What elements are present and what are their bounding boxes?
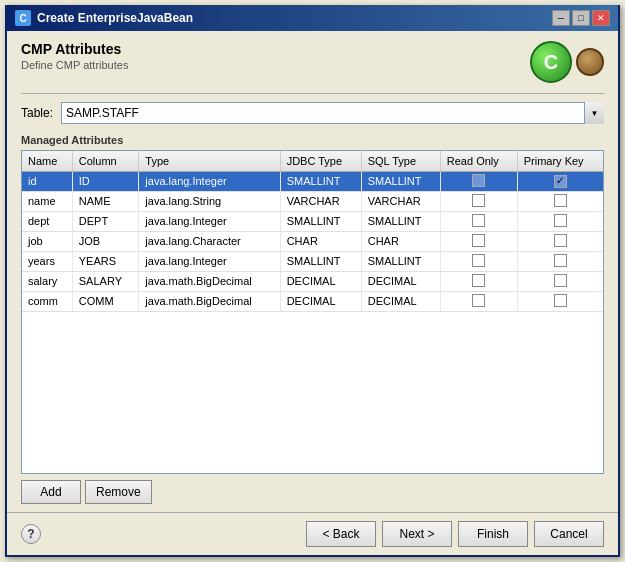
cell-primary-key[interactable] <box>517 171 603 191</box>
cell-primary-key[interactable] <box>517 271 603 291</box>
read-only-checkbox[interactable] <box>472 294 485 307</box>
cell-sql-type: SMALLINT <box>361 171 440 191</box>
cell-primary-key[interactable] <box>517 231 603 251</box>
table-row[interactable]: comm COMM java.math.BigDecimal DECIMAL D… <box>22 291 603 311</box>
cell-name: years <box>22 251 72 271</box>
dialog-footer: ? < Back Next > Finish Cancel <box>7 512 618 555</box>
cell-type: java.lang.Integer <box>139 251 280 271</box>
back-button[interactable]: < Back <box>306 521 376 547</box>
cell-column: NAME <box>72 191 139 211</box>
cell-column: DEPT <box>72 211 139 231</box>
window-title: Create EnterpriseJavaBean <box>37 11 193 25</box>
col-sql-type: SQL Type <box>361 151 440 171</box>
read-only-checkbox[interactable] <box>472 234 485 247</box>
cell-name: id <box>22 171 72 191</box>
read-only-checkbox[interactable] <box>472 194 485 207</box>
table-select-wrapper[interactable]: SAMP.STAFF ▼ <box>61 102 604 124</box>
cell-sql-type: DECIMAL <box>361 271 440 291</box>
cell-primary-key[interactable] <box>517 211 603 231</box>
cell-type: java.lang.Character <box>139 231 280 251</box>
table-row[interactable]: years YEARS java.lang.Integer SMALLINT S… <box>22 251 603 271</box>
title-bar: C Create EnterpriseJavaBean ─ □ ✕ <box>7 5 618 31</box>
cell-jdbc-type: CHAR <box>280 231 361 251</box>
managed-attributes-label: Managed Attributes <box>21 134 604 146</box>
table-row-outer: Table: SAMP.STAFF ▼ <box>21 102 604 124</box>
col-name: Name <box>22 151 72 171</box>
table-header-row: Name Column Type JDBC Type SQL Type Read… <box>22 151 603 171</box>
remove-button[interactable]: Remove <box>85 480 152 504</box>
header-text: CMP Attributes Define CMP attributes <box>21 41 128 71</box>
primary-key-checkbox[interactable] <box>554 274 567 287</box>
cell-read-only[interactable] <box>440 191 517 211</box>
cell-name: dept <box>22 211 72 231</box>
table-row[interactable]: id ID java.lang.Integer SMALLINT SMALLIN… <box>22 171 603 191</box>
cell-sql-type: SMALLINT <box>361 251 440 271</box>
cancel-button[interactable]: Cancel <box>534 521 604 547</box>
cell-column: YEARS <box>72 251 139 271</box>
table-label: Table: <box>21 106 53 120</box>
col-primary-key: Primary Key <box>517 151 603 171</box>
primary-key-checkbox[interactable] <box>554 234 567 247</box>
cell-column: ID <box>72 171 139 191</box>
cell-sql-type: VARCHAR <box>361 191 440 211</box>
cell-jdbc-type: DECIMAL <box>280 271 361 291</box>
primary-key-checkbox[interactable] <box>554 194 567 207</box>
attributes-table-container: Name Column Type JDBC Type SQL Type Read… <box>21 150 604 474</box>
finish-button[interactable]: Finish <box>458 521 528 547</box>
add-button[interactable]: Add <box>21 480 81 504</box>
cell-type: java.math.BigDecimal <box>139 291 280 311</box>
header-icon-area: C <box>530 41 604 83</box>
cell-read-only[interactable] <box>440 251 517 271</box>
next-button[interactable]: Next > <box>382 521 452 547</box>
cell-jdbc-type: DECIMAL <box>280 291 361 311</box>
table-select[interactable]: SAMP.STAFF <box>61 102 604 124</box>
primary-key-checkbox[interactable] <box>554 254 567 267</box>
table-row[interactable]: job JOB java.lang.Character CHAR CHAR <box>22 231 603 251</box>
table-row[interactable]: dept DEPT java.lang.Integer SMALLINT SMA… <box>22 211 603 231</box>
cell-sql-type: DECIMAL <box>361 291 440 311</box>
table-row[interactable]: salary SALARY java.math.BigDecimal DECIM… <box>22 271 603 291</box>
header-divider <box>21 93 604 94</box>
read-only-checkbox[interactable] <box>472 174 485 187</box>
table-row[interactable]: name NAME java.lang.String VARCHAR VARCH… <box>22 191 603 211</box>
add-remove-row: Add Remove <box>21 480 604 504</box>
col-jdbc-type: JDBC Type <box>280 151 361 171</box>
cell-jdbc-type: SMALLINT <box>280 251 361 271</box>
cell-read-only[interactable] <box>440 211 517 231</box>
primary-key-checkbox[interactable] <box>554 294 567 307</box>
cell-jdbc-type: SMALLINT <box>280 171 361 191</box>
col-column: Column <box>72 151 139 171</box>
cell-column: SALARY <box>72 271 139 291</box>
maximize-button[interactable]: □ <box>572 10 590 26</box>
cell-column: JOB <box>72 231 139 251</box>
primary-key-checkbox[interactable] <box>554 175 567 188</box>
read-only-checkbox[interactable] <box>472 214 485 227</box>
title-controls: ─ □ ✕ <box>552 10 610 26</box>
cell-jdbc-type: VARCHAR <box>280 191 361 211</box>
cell-primary-key[interactable] <box>517 191 603 211</box>
cell-column: COMM <box>72 291 139 311</box>
title-bar-left: C Create EnterpriseJavaBean <box>15 10 193 26</box>
cell-name: name <box>22 191 72 211</box>
attributes-table: Name Column Type JDBC Type SQL Type Read… <box>22 151 603 312</box>
cell-read-only[interactable] <box>440 291 517 311</box>
ejb-icon: C <box>530 41 572 83</box>
footer-right: < Back Next > Finish Cancel <box>306 521 604 547</box>
help-button[interactable]: ? <box>21 524 41 544</box>
cell-read-only[interactable] <box>440 231 517 251</box>
cell-type: java.lang.String <box>139 191 280 211</box>
minimize-button[interactable]: ─ <box>552 10 570 26</box>
cell-jdbc-type: SMALLINT <box>280 211 361 231</box>
read-only-checkbox[interactable] <box>472 274 485 287</box>
cell-primary-key[interactable] <box>517 251 603 271</box>
cell-sql-type: SMALLINT <box>361 211 440 231</box>
main-dialog: C Create EnterpriseJavaBean ─ □ ✕ CMP At… <box>5 5 620 557</box>
cell-primary-key[interactable] <box>517 291 603 311</box>
cell-read-only[interactable] <box>440 271 517 291</box>
primary-key-checkbox[interactable] <box>554 214 567 227</box>
read-only-checkbox[interactable] <box>472 254 485 267</box>
cell-name: comm <box>22 291 72 311</box>
cell-sql-type: CHAR <box>361 231 440 251</box>
close-button[interactable]: ✕ <box>592 10 610 26</box>
cell-read-only[interactable] <box>440 171 517 191</box>
